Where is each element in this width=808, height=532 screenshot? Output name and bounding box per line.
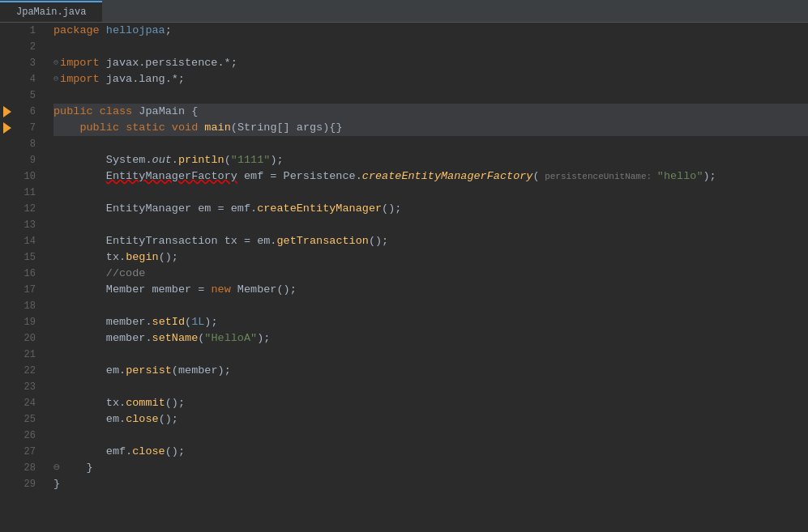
indent-15 bbox=[53, 249, 106, 266]
var-emf: emf = bbox=[237, 168, 284, 185]
indent-28: ⊖ bbox=[53, 460, 60, 476]
persistence-10: Persistence bbox=[284, 168, 356, 185]
indent-19 bbox=[53, 314, 106, 330]
fn-get-tx: getTransaction bbox=[276, 233, 368, 249]
dot2-10: . bbox=[356, 168, 362, 185]
cparen-7: ){} bbox=[323, 120, 342, 136]
bp-row-12 bbox=[0, 201, 15, 217]
keyword-package: package bbox=[53, 23, 106, 39]
ln-26: 26 bbox=[15, 428, 42, 444]
semicolon-1: ; bbox=[165, 23, 172, 39]
code-line-1: package hellojpaa; bbox=[53, 23, 808, 39]
ln-19: 19 bbox=[15, 314, 42, 330]
em-25: em. bbox=[106, 411, 126, 428]
var-em: em = emf. bbox=[191, 201, 257, 217]
bp-row-24 bbox=[0, 395, 15, 411]
bp-row-20 bbox=[0, 330, 15, 347]
cparen-19: ); bbox=[204, 314, 217, 330]
ln-27: 27 bbox=[15, 444, 42, 460]
bp-row-15 bbox=[0, 249, 15, 266]
class-name: JpaMain bbox=[139, 104, 191, 120]
bp-row-17 bbox=[0, 282, 15, 298]
indent-25 bbox=[53, 411, 106, 428]
cparen-9: ); bbox=[270, 152, 283, 168]
bp-row-18 bbox=[0, 298, 15, 314]
fn-println: println bbox=[178, 152, 224, 168]
code-area: 1 2 3 4 5 6 7 8 9 10 11 12 13 14 15 16 1… bbox=[0, 23, 808, 532]
bp-row-19 bbox=[0, 314, 15, 330]
ln-13: 13 bbox=[15, 217, 42, 233]
bp-row-4 bbox=[0, 71, 15, 87]
code-line-23 bbox=[53, 379, 808, 395]
bp-row-22 bbox=[0, 363, 15, 379]
arg-7: args bbox=[297, 120, 323, 136]
bp-row-25 bbox=[0, 411, 15, 428]
code-line-29: } bbox=[53, 476, 808, 492]
open-brace-6: { bbox=[191, 104, 198, 120]
cparen-10: ); bbox=[703, 168, 716, 185]
type-emf: EntityManagerFactory bbox=[106, 168, 237, 185]
code-line-21 bbox=[53, 347, 808, 363]
ln-29: 29 bbox=[15, 476, 42, 492]
code-line-7: public static void main(String[] args){} bbox=[53, 120, 808, 136]
emf-27: emf. bbox=[106, 444, 132, 460]
code-line-5 bbox=[53, 87, 808, 104]
breakpoint-arrow-7 bbox=[3, 122, 11, 134]
bp-row-2 bbox=[0, 39, 15, 55]
str-hello: "hello" bbox=[657, 168, 703, 185]
indent-12 bbox=[53, 201, 106, 217]
ln-7: 7 bbox=[15, 120, 42, 136]
ln-24: 24 bbox=[15, 395, 42, 411]
code-line-4: ⊖import java.lang.*; bbox=[53, 71, 808, 87]
import-path-2: java.lang.*; bbox=[106, 71, 185, 87]
indent-22 bbox=[53, 363, 106, 379]
bp-row-21 bbox=[0, 347, 15, 363]
dot-9: . bbox=[172, 152, 178, 168]
ln-17: 17 bbox=[15, 282, 42, 298]
cb-29: } bbox=[53, 476, 60, 492]
kw-import-2: import bbox=[60, 71, 106, 87]
line-numbers: 1 2 3 4 5 6 7 8 9 10 11 12 13 14 15 16 1… bbox=[15, 23, 49, 532]
indent-9 bbox=[53, 152, 106, 168]
fn-emf-close: close bbox=[132, 444, 165, 460]
indent-28b bbox=[60, 460, 86, 476]
ln-28: 28 bbox=[15, 460, 42, 476]
code-line-22: em.persist(member); bbox=[53, 363, 808, 379]
ln-21: 21 bbox=[15, 347, 42, 363]
indent-7 bbox=[53, 120, 79, 136]
rest-25: (); bbox=[159, 411, 178, 428]
rest-12: (); bbox=[382, 201, 401, 217]
bp-row-13 bbox=[0, 217, 15, 233]
fn-set-id: setId bbox=[152, 314, 186, 330]
code-line-10: EntityManagerFactory emf = Persistence.c… bbox=[53, 168, 808, 185]
kw-public-6: public bbox=[53, 104, 100, 120]
code-line-11 bbox=[53, 185, 808, 201]
member-20: member. bbox=[106, 330, 152, 347]
fold-4: ⊖ bbox=[53, 71, 58, 87]
cb-28: } bbox=[87, 460, 93, 476]
paren-9: ( bbox=[224, 152, 231, 168]
file-tab[interactable]: JpaMain.java bbox=[0, 1, 102, 22]
code-line-18 bbox=[53, 298, 808, 314]
bp-row-7 bbox=[0, 120, 15, 136]
ln-3: 3 bbox=[15, 55, 42, 71]
rest-14: (); bbox=[369, 233, 388, 249]
bp-row-3 bbox=[0, 55, 15, 71]
code-line-20: member.setName("HelloA"); bbox=[53, 330, 808, 347]
bp-row-5 bbox=[0, 87, 15, 104]
ln-15: 15 bbox=[15, 249, 42, 266]
bp-row-23 bbox=[0, 379, 15, 395]
code-content[interactable]: package hellojpaa; ⊖import javax.persist… bbox=[49, 23, 808, 532]
bp-row-27 bbox=[0, 444, 15, 460]
ln-14: 14 bbox=[15, 233, 42, 249]
fold-3: ⊖ bbox=[53, 55, 58, 71]
ln-1: 1 bbox=[15, 23, 42, 39]
ln-18: 18 bbox=[15, 298, 42, 314]
code-line-8 bbox=[53, 136, 808, 152]
paren-22: (member); bbox=[172, 363, 231, 379]
bp-row-6 bbox=[0, 104, 15, 120]
var-member: member = bbox=[145, 282, 211, 298]
paren-19: ( bbox=[185, 314, 191, 330]
type-member2: Member bbox=[237, 282, 277, 298]
indent-14 bbox=[53, 233, 106, 249]
